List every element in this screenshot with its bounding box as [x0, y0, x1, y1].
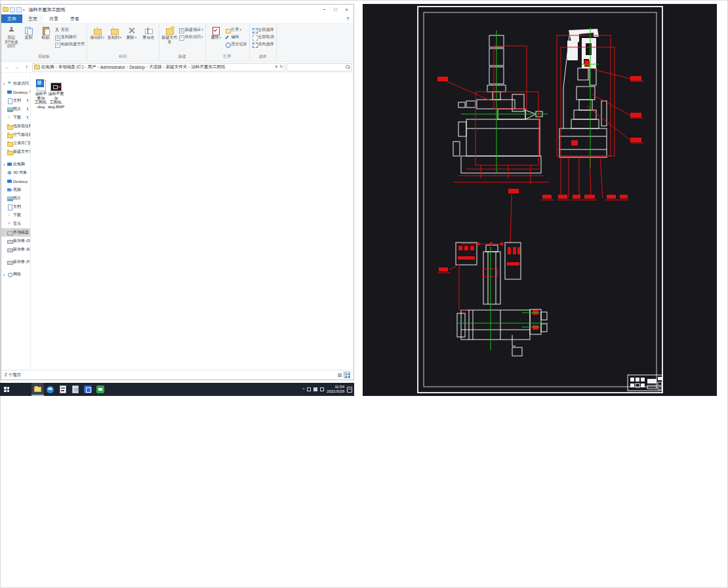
tab-view[interactable]: 查看 — [64, 14, 85, 23]
pin-to-quick-access-button[interactable]: 固定到"快速访问" — [3, 26, 20, 49]
tab-share[interactable]: 共享 — [43, 14, 64, 23]
sidebar-item-videos[interactable]: 视频 — [1, 186, 30, 194]
help-icon[interactable]: ? — [345, 16, 351, 22]
properties-button[interactable]: 属性 — [208, 26, 224, 40]
sidebar-item-local-disk-c[interactable]: 本地磁盘 (C:) — [1, 228, 30, 237]
bmp-thumbnail-icon — [51, 83, 62, 91]
back-button[interactable]: ← — [3, 64, 11, 70]
ime-icon[interactable] — [320, 387, 324, 391]
search-icon — [346, 65, 350, 69]
sidebar-item-folder-2[interactable]: 空气输送斜槽配件图 — [1, 130, 30, 139]
forward-button[interactable]: → — [12, 64, 21, 70]
up-button[interactable]: ↑ — [22, 64, 31, 70]
paste-shortcut-button[interactable]: 粘贴快捷方式 — [54, 41, 85, 47]
taskbar: ^ 11:54 2021/3/29 — [0, 383, 354, 396]
taskbar-cad-app[interactable] — [56, 383, 69, 396]
cut-button[interactable]: 剪切 — [54, 27, 85, 33]
sidebar-section-this-pc[interactable]: ▾ 此电脑 — [1, 160, 30, 168]
breadcrumb-desktop[interactable]: Desktop — [129, 65, 145, 69]
pin-icon — [26, 108, 29, 111]
invert-selection-button[interactable]: 反向选择 — [252, 41, 274, 47]
blue-app-icon — [84, 385, 92, 393]
start-button[interactable] — [0, 383, 13, 396]
tray-app-icon[interactable] — [307, 387, 311, 391]
sidebar-item-pc-documents[interactable]: 文档 — [1, 203, 30, 211]
new-folder-button[interactable]: 新建文件夹 — [161, 26, 178, 44]
file-list-pane[interactable]: 油杯不重加 工图纸. dwg 油杯不重加 工图纸. dwg.BMP — [31, 73, 354, 370]
sidebar-item-pc-desktop[interactable]: Desktop — [1, 177, 30, 186]
sidebar-item-pc-pictures[interactable]: 图片 — [1, 194, 30, 203]
edit-button[interactable]: 编辑 — [225, 34, 247, 40]
sidebar-section-quick-access[interactable]: ▾ 快速访问 — [1, 79, 30, 88]
copy-to-button[interactable]: 复制到 — [106, 26, 123, 40]
paste-button[interactable]: 粘贴 — [37, 26, 54, 40]
move-to-button[interactable]: 移动到 — [89, 26, 106, 40]
sidebar-item-music[interactable]: 音乐 — [1, 220, 30, 228]
copy-path-button[interactable]: 复制路径 — [54, 34, 85, 40]
easy-access-button[interactable]: 轻松访问 — [178, 34, 203, 40]
breadcrumb-this-pc[interactable]: 此电脑 — [41, 64, 54, 70]
list-view-icon[interactable] — [336, 372, 342, 378]
picture-icon — [7, 107, 12, 111]
taskbar-document-app[interactable] — [69, 383, 81, 396]
volume-icon[interactable] — [313, 387, 317, 391]
history-button[interactable]: 历史记录 — [225, 41, 247, 47]
maximize-button[interactable]: □ — [330, 5, 341, 14]
tab-file[interactable]: 文件 — [1, 14, 22, 23]
file-item-bmp[interactable]: 油杯不重加 工图纸. dwg.BMP — [49, 77, 64, 109]
breadcrumb-administrator[interactable]: Administrator — [100, 65, 125, 69]
customize-toolbar-caret-icon[interactable]: ▾ — [23, 8, 25, 12]
taskbar-green-app[interactable] — [94, 383, 106, 396]
history-clock-icon — [225, 42, 230, 47]
taskbar-file-explorer[interactable] — [31, 383, 44, 396]
sidebar-item-folder-1[interactable]: 包装箱送料线配图 — [1, 122, 30, 130]
breadcrumb-users[interactable]: 用户 — [87, 64, 96, 70]
invert-selection-icon — [252, 42, 257, 47]
new-item-button[interactable]: 新建项目 — [178, 27, 203, 33]
new-folder-shortcut-icon[interactable] — [16, 7, 22, 12]
properties-shortcut-icon[interactable] — [10, 7, 15, 12]
search-input[interactable] — [287, 63, 352, 71]
sidebar-item-folder-3[interactable]: 立体库门图纸 — [1, 139, 30, 147]
sidebar-item-volume-f[interactable]: 新加卷 (F:) — [1, 258, 30, 266]
sidebar-item-desktop[interactable]: Desktop — [1, 88, 30, 96]
select-none-button[interactable]: 全部取消 — [252, 34, 274, 40]
monitor-icon — [7, 90, 12, 94]
tray-chevron-icon[interactable]: ^ — [302, 387, 304, 391]
refresh-icon[interactable]: ↻ — [279, 64, 283, 69]
minimize-button[interactable]: − — [319, 5, 330, 14]
open-button[interactable]: 打开 — [225, 27, 247, 33]
address-bar[interactable]: 此电脑 › 本地磁盘 (C:) › 用户 › Administrator › D… — [32, 63, 285, 71]
taskbar-browser[interactable] — [44, 383, 56, 396]
sidebar-item-3d-objects[interactable]: 3D 对象 — [1, 168, 30, 177]
delete-x-icon — [127, 26, 136, 35]
taskbar-blue-app[interactable] — [81, 383, 94, 396]
sidebar-item-volume-e[interactable]: 新加卷 (E:) — [1, 245, 30, 254]
breadcrumb-new-folder[interactable]: 新建文件夹 — [166, 64, 188, 70]
sidebar-item-volume-d[interactable]: 新加卷 (D:) — [1, 237, 30, 245]
sidebar-item-pictures[interactable]: 图片 — [1, 105, 30, 113]
close-button[interactable]: × — [341, 5, 352, 14]
sidebar-item-new-folder[interactable]: 新建文件夹 — [1, 147, 30, 156]
address-dropdown-icon[interactable]: ▾ — [275, 64, 278, 69]
sidebar-section-network[interactable]: ▸ 网络 — [1, 270, 30, 279]
navigation-pane: ▾ 快速访问 Desktop 文档 图片 — [1, 73, 31, 370]
sidebar-item-documents[interactable]: 文档 — [1, 96, 30, 105]
group-label-open: 打开 — [207, 53, 249, 61]
taskbar-clock[interactable]: 11:54 2021/3/29 — [327, 385, 344, 394]
sidebar-item-downloads[interactable]: 下载 — [1, 113, 30, 122]
breadcrumb-current-folder[interactable]: 油杯不重加工图纸 — [192, 64, 226, 70]
tab-home[interactable]: 主页 — [22, 14, 43, 23]
front-view — [437, 30, 549, 184]
file-item-dwg[interactable]: 油杯不重加 工图纸. dwg — [33, 77, 49, 109]
copy-button[interactable]: 复制 — [20, 26, 37, 40]
chevron-down-icon: ▾ — [3, 163, 6, 167]
action-center-icon[interactable] — [347, 387, 352, 393]
sidebar-item-pc-downloads[interactable]: 下载 — [1, 211, 30, 220]
rename-button[interactable]: 重命名 — [140, 26, 157, 40]
thumbnail-view-icon[interactable] — [344, 372, 350, 378]
breadcrumb-local-disk-c[interactable]: 本地磁盘 (C:) — [58, 64, 84, 70]
breadcrumb-folder-1[interactable]: 大漠路 — [149, 64, 162, 70]
select-all-button[interactable]: 全部选择 — [252, 27, 274, 33]
delete-button[interactable]: 删除 — [123, 26, 140, 40]
